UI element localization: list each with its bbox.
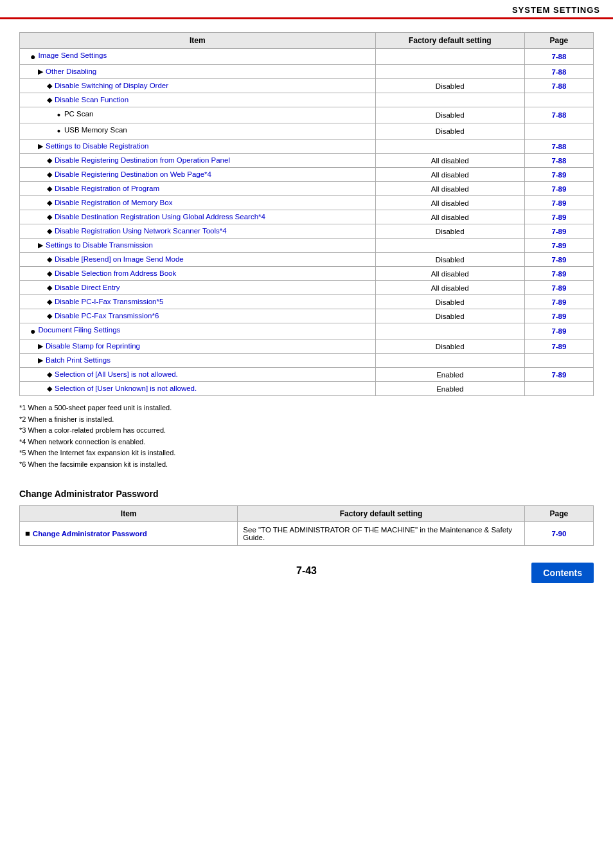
table-cell-factory: All disabled <box>375 210 524 224</box>
table-cell-page[interactable]: 7-89 <box>524 368 593 382</box>
table-row: ▶Other Disabling7-88 <box>20 65 594 79</box>
table-cell-page[interactable]: 7-88 <box>524 65 593 79</box>
table-cell-factory: Disabled <box>375 107 524 123</box>
table-row: ◆Disable Destination Registration Using … <box>20 210 594 224</box>
item-link[interactable]: Other Disabling <box>46 68 96 75</box>
table-cell-page <box>524 382 593 396</box>
footnote: *5 When the Internet fax expansion kit i… <box>19 448 594 459</box>
admin-col-item: Item <box>20 505 238 521</box>
table-cell-factory <box>375 140 524 154</box>
table-cell-item: ◆Disable Registering Destination on Web … <box>20 168 376 182</box>
table-cell-item: ▶Other Disabling <box>20 65 376 79</box>
table-cell-factory: Disabled <box>375 123 524 140</box>
table-cell-factory: Enabled <box>375 368 524 382</box>
table-cell-page[interactable]: 7-88 <box>524 49 593 65</box>
table-cell-factory <box>375 65 524 79</box>
table-cell-page[interactable]: 7-88 <box>524 154 593 168</box>
table-cell-item: ◆Disable Selection from Address Book <box>20 267 376 281</box>
table-cell-factory: All disabled <box>375 281 524 295</box>
admin-section-title: Change Administrator Password <box>19 489 594 499</box>
item-link[interactable]: Document Filing Settings <box>38 326 120 334</box>
admin-cell-factory: See "TO THE ADMINISTRATOR OF THE MACHINE… <box>238 521 525 545</box>
item-link[interactable]: Image Send Settings <box>38 51 107 59</box>
table-cell-factory: All disabled <box>375 154 524 168</box>
item-link[interactable]: Disable Scan Function <box>55 96 129 104</box>
table-cell-page[interactable]: 7-89 <box>524 196 593 210</box>
table-cell-page <box>524 123 593 140</box>
item-link[interactable]: Disable Selection from Address Book <box>55 269 176 277</box>
table-cell-page[interactable]: 7-88 <box>524 140 593 154</box>
col-page: Page <box>524 33 593 49</box>
table-cell-page[interactable]: 7-89 <box>524 323 593 339</box>
item-text: PC Scan <box>64 110 93 118</box>
item-link[interactable]: Selection of [User Unknown] is not allow… <box>55 384 197 392</box>
table-cell-page[interactable]: 7-88 <box>524 79 593 93</box>
table-row: ▶Batch Print Settings <box>20 354 594 368</box>
table-row: •USB Memory ScanDisabled <box>20 123 594 140</box>
footnote: *3 When a color-related problem has occu… <box>19 425 594 437</box>
table-row: ◆Disable PC-Fax Transmission*6Disabled7-… <box>20 309 594 323</box>
item-link[interactable]: Disable Registering Destination on Web P… <box>55 170 211 178</box>
page-number: 7-43 <box>296 565 317 576</box>
item-link[interactable]: Disable Destination Registration Using G… <box>55 213 265 221</box>
table-cell-page[interactable]: 7-89 <box>524 239 593 253</box>
contents-button[interactable]: Contents <box>531 563 594 583</box>
table-cell-factory: All disabled <box>375 196 524 210</box>
item-link[interactable]: Disable Registering Destination from Ope… <box>55 156 230 164</box>
table-cell-page[interactable]: 7-89 <box>524 253 593 267</box>
item-link[interactable]: Settings to Disable Registration <box>46 142 148 150</box>
footnote: *4 When network connection is enabled. <box>19 437 594 448</box>
table-cell-page[interactable]: 7-89 <box>524 267 593 281</box>
table-cell-page <box>524 354 593 368</box>
table-cell-page[interactable]: 7-89 <box>524 295 593 309</box>
table-cell-item: ▶Settings to Disable Transmission <box>20 239 376 253</box>
footnotes: *1 When a 500-sheet paper feed unit is i… <box>19 402 594 471</box>
table-row: ◆Disable PC-I-Fax Transmission*5Disabled… <box>20 295 594 309</box>
page-header: SYSTEM SETTINGS <box>0 0 613 19</box>
footnote: *2 When a finisher is installed. <box>19 414 594 426</box>
table-cell-page[interactable]: 7-88 <box>524 107 593 123</box>
admin-col-page: Page <box>524 505 593 521</box>
table-cell-factory <box>375 239 524 253</box>
item-link[interactable]: Disable PC-Fax Transmission*6 <box>55 312 159 320</box>
admin-cell-page[interactable]: 7-90 <box>524 521 593 545</box>
table-row: ◆Selection of [User Unknown] is not allo… <box>20 382 594 396</box>
item-link[interactable]: Disable Registration of Program <box>55 185 159 192</box>
table-cell-item: ◆Disable Switching of Display Order <box>20 79 376 93</box>
table-cell-page[interactable]: 7-89 <box>524 309 593 323</box>
item-link[interactable]: Batch Print Settings <box>46 356 111 364</box>
table-cell-page[interactable]: 7-89 <box>524 339 593 354</box>
table-cell-item: ▶Disable Stamp for Reprinting <box>20 339 376 354</box>
main-content: Item Factory default setting Page ●Image… <box>0 19 613 596</box>
table-cell-page[interactable]: 7-89 <box>524 182 593 196</box>
item-link[interactable]: Disable Direct Entry <box>55 284 120 291</box>
item-link[interactable]: Selection of [All Users] is not allowed. <box>55 370 178 378</box>
footnote: *1 When a 500-sheet paper feed unit is i… <box>19 402 594 414</box>
table-cell-page[interactable]: 7-89 <box>524 168 593 182</box>
table-row: ◆Disable Registering Destination from Op… <box>20 154 594 168</box>
table-cell-factory: Disabled <box>375 253 524 267</box>
item-link[interactable]: Disable Switching of Display Order <box>55 82 168 89</box>
table-cell-item: ●Document Filing Settings <box>20 323 376 339</box>
table-cell-item: •PC Scan <box>20 107 376 123</box>
table-cell-item: ▶Batch Print Settings <box>20 354 376 368</box>
table-cell-page[interactable]: 7-89 <box>524 224 593 239</box>
table-cell-item: ◆Disable Scan Function <box>20 93 376 107</box>
table-cell-item: ◆Disable Direct Entry <box>20 281 376 295</box>
table-cell-item: ◆Disable Registering Destination from Op… <box>20 154 376 168</box>
item-link[interactable]: Disable PC-I-Fax Transmission*5 <box>55 298 163 305</box>
table-cell-factory: All disabled <box>375 168 524 182</box>
table-cell-page[interactable]: 7-89 <box>524 281 593 295</box>
table-row: ◆Selection of [All Users] is not allowed… <box>20 368 594 382</box>
item-link[interactable]: Disable [Resend] on Image Send Mode <box>55 255 184 263</box>
item-link[interactable]: Disable Registration of Memory Box <box>55 199 172 206</box>
item-link[interactable]: Disable Registration Using Network Scann… <box>55 227 227 235</box>
item-link[interactable]: Disable Stamp for Reprinting <box>46 342 140 350</box>
table-cell-factory <box>375 93 524 107</box>
table-cell-factory <box>375 323 524 339</box>
item-link[interactable]: Settings to Disable Transmission <box>46 241 153 249</box>
table-cell-item: ◆Selection of [All Users] is not allowed… <box>20 368 376 382</box>
table-cell-page[interactable]: 7-89 <box>524 210 593 224</box>
table-cell-item: ◆Disable Registration of Memory Box <box>20 196 376 210</box>
table-cell-item: ◆Disable [Resend] on Image Send Mode <box>20 253 376 267</box>
